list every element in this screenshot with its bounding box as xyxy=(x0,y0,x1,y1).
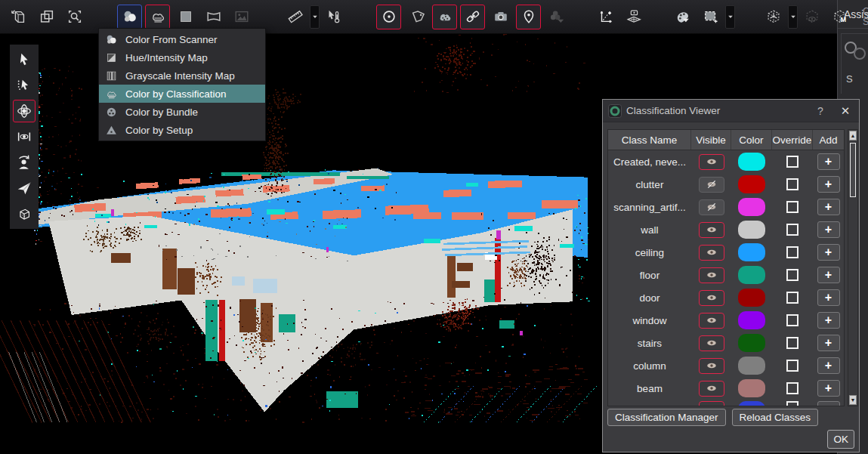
color-swatch[interactable] xyxy=(738,175,765,193)
add-coordinate-system-button[interactable] xyxy=(593,5,618,29)
menu-item-grayscale-intensity-map[interactable]: Grayscale Intensity Map xyxy=(99,66,265,85)
fly-tool-button[interactable] xyxy=(13,177,36,199)
multi-select-tool-button[interactable] xyxy=(13,74,36,97)
orbit-tool-button[interactable] xyxy=(13,100,36,122)
georeference-button[interactable] xyxy=(621,5,646,29)
table-scrollbar[interactable]: ▲ ▼ xyxy=(848,129,858,406)
visibility-toggle[interactable] xyxy=(699,267,724,283)
add-to-class-button[interactable]: + xyxy=(817,380,840,397)
rectangle-selection-button[interactable] xyxy=(698,5,723,29)
ok-button[interactable]: OK xyxy=(827,430,854,449)
menu-item-hue-intensity-map[interactable]: Hue/Intensity Map xyxy=(99,48,265,66)
pan-tool-button[interactable] xyxy=(13,125,36,148)
zoom-extents-button[interactable] xyxy=(62,5,87,29)
color-mode-button[interactable] xyxy=(145,5,170,29)
override-checkbox[interactable] xyxy=(786,292,798,304)
menu-item-color-by-bundle[interactable]: Color by Bundle xyxy=(99,103,265,121)
color-swatch[interactable] xyxy=(738,401,765,406)
override-checkbox[interactable] xyxy=(786,246,798,258)
color-swatch[interactable] xyxy=(738,243,765,261)
show-tags-button[interactable] xyxy=(404,5,429,29)
visibility-toggle[interactable] xyxy=(699,199,724,215)
scrollbar-thumb[interactable] xyxy=(850,143,856,197)
show-locations-button[interactable] xyxy=(516,5,541,29)
measure-button[interactable] xyxy=(283,5,307,29)
menu-item-color-by-classification[interactable]: Color by Classification xyxy=(99,85,265,103)
add-to-class-button[interactable]: + xyxy=(817,289,840,306)
color-swatch[interactable] xyxy=(738,153,765,171)
add-to-class-button[interactable]: + xyxy=(817,199,840,215)
bundle-filter-button[interactable] xyxy=(544,5,569,29)
visibility-toggle[interactable] xyxy=(699,381,724,397)
override-checkbox[interactable] xyxy=(786,314,798,326)
visibility-toggle[interactable] xyxy=(699,335,724,351)
show-links-button[interactable] xyxy=(460,5,485,29)
look-around-tool-button[interactable] xyxy=(13,151,36,174)
visibility-toggle[interactable] xyxy=(699,245,724,261)
override-checkbox[interactable] xyxy=(786,178,798,190)
color-swatch[interactable] xyxy=(738,221,765,239)
point-info-button[interactable] xyxy=(321,5,346,29)
add-to-class-button[interactable]: + xyxy=(817,153,840,170)
show-cameras-button[interactable] xyxy=(488,5,513,29)
add-to-class-button[interactable]: + xyxy=(817,312,840,329)
menu-item-color-from-scanner[interactable]: Color From Scanner xyxy=(99,30,265,48)
add-to-class-button[interactable]: + xyxy=(817,176,840,193)
image-view-button[interactable] xyxy=(229,5,254,29)
color-swatch[interactable] xyxy=(738,357,765,375)
arrange-windows-button[interactable] xyxy=(34,5,59,29)
show-scan-positions-button[interactable] xyxy=(376,5,401,29)
scrollbar-down-icon[interactable]: ▼ xyxy=(849,395,857,405)
limit-box-view-button[interactable] xyxy=(799,5,824,29)
add-to-class-button[interactable]: + xyxy=(817,267,840,283)
color-swatch[interactable] xyxy=(738,198,765,216)
import-scan-button[interactable] xyxy=(6,5,31,29)
reload-classes-button[interactable]: Reload Classes xyxy=(732,409,819,426)
rectangle-selection-dropdown-button[interactable] xyxy=(725,5,735,29)
paint-classify-button[interactable] xyxy=(670,5,695,29)
visibility-toggle[interactable] xyxy=(699,154,724,170)
color-swatch[interactable] xyxy=(738,379,765,397)
help-button[interactable]: ? xyxy=(809,104,832,118)
show-point-cloud-button[interactable] xyxy=(432,5,457,29)
add-to-class-button[interactable]: + xyxy=(817,401,840,406)
panorama-view-button[interactable] xyxy=(201,5,226,29)
add-to-class-button[interactable]: + xyxy=(817,244,840,261)
select-tool-button[interactable] xyxy=(13,48,36,71)
override-checkbox[interactable] xyxy=(786,360,798,372)
color-swatch[interactable] xyxy=(738,266,765,284)
measure-dropdown-button[interactable] xyxy=(310,5,320,29)
visibility-toggle[interactable] xyxy=(699,222,724,238)
visibility-toggle[interactable] xyxy=(699,177,724,193)
limit-box-manager-button[interactable]: M xyxy=(827,5,852,29)
override-checkbox[interactable] xyxy=(786,337,798,349)
override-checkbox[interactable] xyxy=(786,201,798,213)
visibility-toggle[interactable] xyxy=(699,401,724,406)
color-swatch[interactable] xyxy=(738,311,765,329)
visibility-toggle[interactable] xyxy=(699,290,724,306)
add-to-class-button[interactable]: + xyxy=(817,357,840,374)
scrollbar-up-icon[interactable]: ▲ xyxy=(849,131,857,141)
override-checkbox[interactable] xyxy=(786,224,798,236)
solid-color-button[interactable] xyxy=(173,5,198,29)
eye-icon xyxy=(706,337,718,349)
grayscale-icon xyxy=(104,69,118,82)
limit-box-button[interactable] xyxy=(761,5,786,29)
color-swatch[interactable] xyxy=(738,289,765,307)
dialog-titlebar[interactable]: Classification Viewer ? ✕ xyxy=(603,100,859,122)
view-cube-tool-button[interactable] xyxy=(13,202,36,225)
override-checkbox[interactable] xyxy=(786,401,798,406)
override-checkbox[interactable] xyxy=(786,269,798,281)
visibility-toggle[interactable] xyxy=(699,358,724,374)
color-from-scanner-button[interactable] xyxy=(117,5,142,29)
close-icon[interactable]: ✕ xyxy=(832,103,859,119)
add-to-class-button[interactable]: + xyxy=(817,335,840,351)
override-checkbox[interactable] xyxy=(786,156,798,168)
override-checkbox[interactable] xyxy=(786,382,798,394)
color-swatch[interactable] xyxy=(738,334,765,352)
visibility-toggle[interactable] xyxy=(699,313,724,329)
limit-box-dropdown-button[interactable] xyxy=(788,5,798,29)
classification-manager-button[interactable]: Classification Manager xyxy=(607,409,726,426)
add-to-class-button[interactable]: + xyxy=(817,221,840,238)
menu-item-color-by-setup[interactable]: Color by Setup xyxy=(99,121,265,139)
